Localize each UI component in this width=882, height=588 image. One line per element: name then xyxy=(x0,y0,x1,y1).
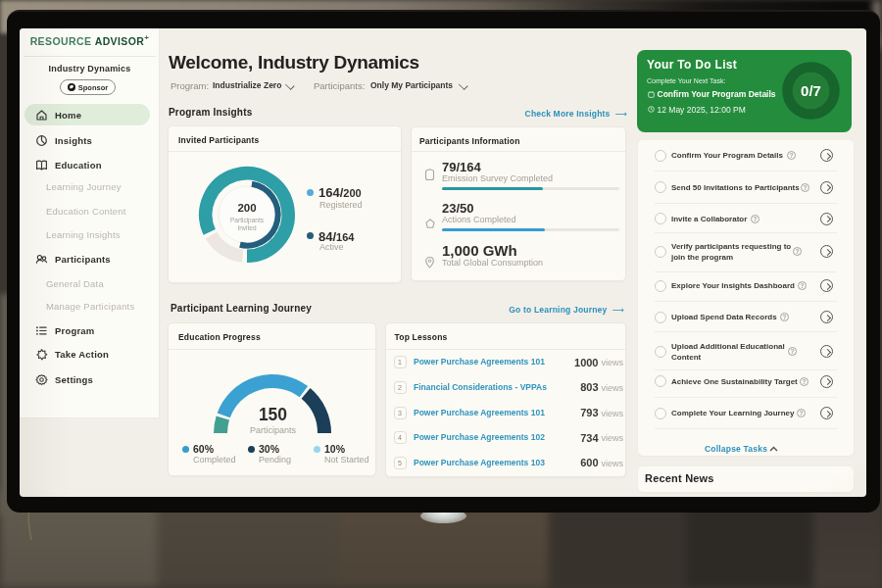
svg-text:Participants: Participants xyxy=(230,217,265,224)
svg-text:Invited: Invited xyxy=(237,224,257,231)
svg-text:200: 200 xyxy=(237,202,256,214)
svg-text:0/7: 0/7 xyxy=(801,82,821,99)
